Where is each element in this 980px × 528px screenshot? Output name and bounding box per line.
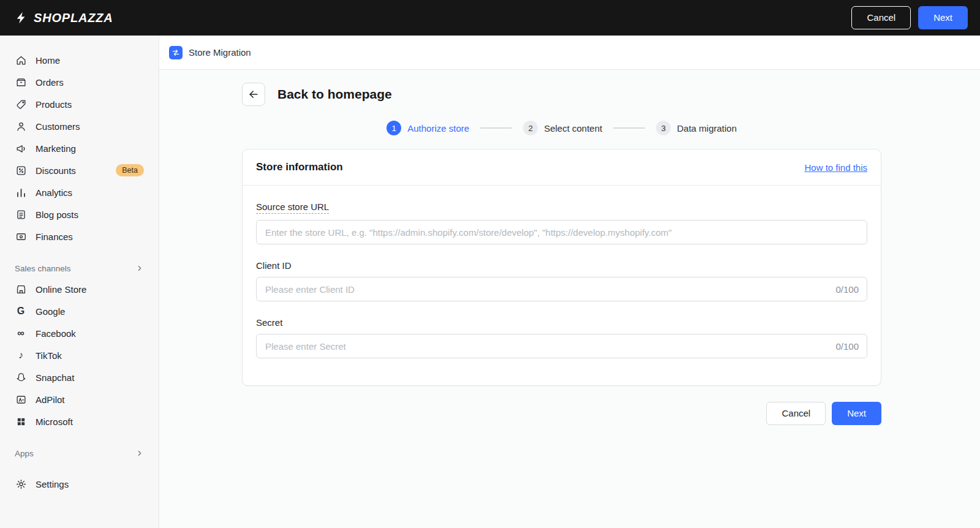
topbar: SHOPLAZZA Cancel Next [0,0,980,36]
sidebar-item-products[interactable]: Products [0,93,159,115]
sidebar-item-label: AdPilot [36,394,65,405]
section-label: Sales channels [15,264,71,273]
sidebar-item-label: Facebook [36,328,76,339]
sidebar-item-adpilot[interactable]: AdPilot [0,388,159,410]
secret-counter: 0/100 [835,341,859,352]
sidebar-item-orders[interactable]: Orders [0,71,159,93]
sidebar-item-tiktok[interactable]: ♪ TikTok [0,344,159,366]
analytics-icon [15,186,27,198]
footer-actions: Cancel Next [242,402,881,450]
sidebar-item-label: Orders [36,77,64,88]
source-store-url-field: Source store URL [256,202,867,244]
chevron-right-icon [135,264,144,273]
sidebar-item-label: Analytics [36,187,72,198]
sidebar-item-marketing[interactable]: Marketing [0,137,159,159]
client-id-field: Client ID 0/100 [256,260,867,301]
sidebar-item-settings[interactable]: Settings [0,473,159,495]
sidebar-item-blog-posts[interactable]: Blog posts [0,203,159,225]
sidebar-item-label: TikTok [36,350,62,361]
sidebar-item-label: Products [36,99,72,110]
sidebar-item-discounts[interactable]: Discounts Beta [0,159,159,181]
sidebar-item-label: Settings [36,479,69,489]
step-connector [613,127,645,129]
sidebar-section-sales-channels[interactable]: Sales channels [0,258,159,278]
next-button[interactable]: Next [832,402,881,425]
topbar-next-button[interactable]: Next [918,6,968,29]
sidebar-item-snapchat[interactable]: Snapchat [0,366,159,388]
step-data-migration[interactable]: 3 Data migration [656,121,737,135]
home-icon [15,54,27,66]
topbar-actions: Cancel Next [851,6,968,29]
card-title: Store information [256,161,343,173]
brand: SHOPLAZZA [15,11,113,25]
step-authorize-store[interactable]: 1 Authorize store [386,121,469,135]
blog-posts-icon [15,208,27,221]
back-row: Back to homepage [242,83,881,106]
facebook-icon: ∞ [15,327,27,339]
products-icon [15,98,27,110]
brand-name: SHOPLAZZA [34,11,113,25]
tiktok-icon: ♪ [15,349,27,361]
secret-field: Secret 0/100 [256,317,867,358]
step-number: 1 [386,121,401,135]
sidebar-item-analytics[interactable]: Analytics [0,181,159,203]
topbar-cancel-button[interactable]: Cancel [851,6,911,29]
sidebar-item-label: Online Store [36,284,86,295]
orders-icon [15,76,27,88]
shoplazza-logo-icon [15,11,28,25]
page-title: Back to homepage [277,87,392,102]
source-store-url-label: Source store URL [256,202,329,214]
discounts-icon [15,164,27,176]
sidebar-item-label: Microsoft [36,417,73,427]
sidebar-item-label: Discounts [36,165,76,176]
marketing-icon [15,142,27,154]
sidebar-item-google[interactable]: G Google [0,300,159,322]
step-number: 3 [656,121,671,135]
arrow-left-icon [247,88,260,100]
back-button[interactable] [242,83,265,106]
sidebar-item-label: Snapchat [36,372,74,383]
secret-input[interactable] [256,334,867,358]
step-number: 2 [523,121,538,135]
sidebar-item-label: Blog posts [36,209,78,220]
sidebar-item-label: Marketing [36,143,76,154]
sidebar-item-microsoft[interactable]: Microsoft [0,410,159,432]
sidebar-item-facebook[interactable]: ∞ Facebook [0,322,159,344]
finances-icon [15,230,27,243]
sidebar-item-customers[interactable]: Customers [0,115,159,137]
source-store-url-input[interactable] [256,220,867,244]
step-label: Authorize store [407,123,469,134]
sidebar-item-label: Home [36,55,60,66]
cancel-button[interactable]: Cancel [766,402,826,425]
breadcrumb: Store Migration [159,36,980,70]
sidebar-section-apps[interactable]: Apps [0,443,159,463]
sidebar: Home Orders Products Customers Marketing [0,36,159,528]
adpilot-icon [15,393,27,405]
step-select-content[interactable]: 2 Select content [523,121,602,135]
sidebar-item-label: Customers [36,121,80,132]
step-connector [480,127,512,129]
breadcrumb-title: Store Migration [189,47,251,58]
step-label: Select content [544,123,602,134]
online-store-icon [15,283,27,295]
sidebar-item-label: Finances [36,232,73,242]
chevron-right-icon [135,449,144,458]
step-label: Data migration [677,123,737,134]
secret-label: Secret [256,317,282,328]
sidebar-item-home[interactable]: Home [0,49,159,71]
how-to-find-this-link[interactable]: How to find this [804,162,867,173]
sidebar-item-label: Google [36,306,65,317]
card-header: Store information How to find this [243,149,881,186]
sidebar-item-online-store[interactable]: Online Store [0,278,159,300]
sidebar-item-finances[interactable]: Finances [0,225,159,247]
page-content: Back to homepage 1 Authorize store 2 Sel… [159,70,980,528]
stepper: 1 Authorize store 2 Select content 3 Dat… [242,121,881,135]
client-id-input[interactable] [256,277,867,301]
gear-icon [15,478,27,490]
client-id-counter: 0/100 [835,284,859,295]
microsoft-icon [15,415,27,428]
snapchat-icon [15,371,27,383]
store-information-card: Store information How to find this Sourc… [242,149,881,386]
google-icon: G [15,305,27,317]
beta-badge: Beta [116,164,144,176]
